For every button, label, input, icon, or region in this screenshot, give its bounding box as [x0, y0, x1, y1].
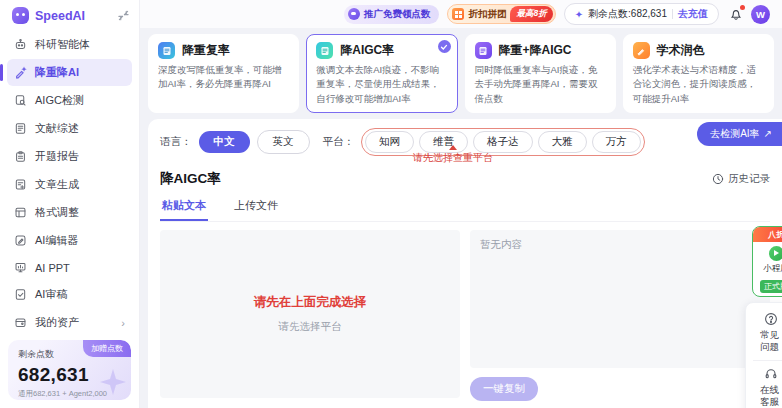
history-button[interactable]: 历史记录	[712, 172, 770, 186]
detect-ai-button[interactable]: 去检测AI率 ↗	[697, 122, 782, 146]
sidebar-item-ai-editor[interactable]: AI编辑器	[7, 227, 132, 254]
detect-ai-label: 去检测AI率	[710, 127, 759, 141]
sidebar-item-label: 开题报告	[35, 149, 79, 164]
bonus-points-badge[interactable]: 加赠点数	[83, 340, 131, 357]
discount-icon	[452, 8, 464, 20]
collapse-sidebar-icon[interactable]	[118, 10, 129, 21]
topbar: 推广免费领点数 折扣拼团 最高8折 ✦ 剩余点数:682,631 去充值 W	[140, 0, 782, 28]
clock-icon	[712, 173, 724, 185]
sidebar-item-research-agent[interactable]: 科研智能体	[7, 31, 132, 58]
article-icon	[14, 178, 27, 191]
copy-all-button[interactable]: 一键复制	[470, 377, 538, 401]
mini-program-widget[interactable]: 八折 小程序 正式版	[752, 226, 782, 297]
sidebar: SpeedAI 科研智能体 降重降AI AIGC检测 文献综述 开题报告 文章生…	[0, 0, 140, 408]
sidebar-item-literature-review[interactable]: 文献综述	[7, 115, 132, 142]
tab-paste-text[interactable]: 粘贴文本	[160, 195, 208, 221]
language-option-chinese[interactable]: 中文	[199, 131, 250, 153]
mode-card-reduce-both[interactable]: 降重+降AIGC 同时降低重复率与AI痕迹，免去手动先降重再降AI，需要双倍点数	[465, 34, 616, 113]
platform-option-wanfang[interactable]: 万方	[592, 131, 641, 153]
arrow-up-right-icon: ↗	[764, 128, 772, 139]
sidebar-item-label: AI编辑器	[35, 233, 78, 248]
hint-text: 请先选择查重平台	[378, 151, 528, 165]
sidebar-item-label: 文献综述	[35, 121, 79, 136]
literature-icon	[14, 122, 27, 135]
sidebar-item-article-generate[interactable]: 文章生成	[7, 171, 132, 198]
service-label: 在线客服	[760, 384, 782, 408]
mode-card-title: 学术润色	[657, 42, 705, 59]
reduce-aigc-icon	[316, 42, 333, 59]
sidebar-item-format-adjust[interactable]: 格式调整	[7, 199, 132, 226]
mode-card-title: 降重+降AIGC	[499, 42, 572, 59]
mode-card-academic-polish[interactable]: 学术润色 强化学术表达与术语精度，适合论文润色，提升阅读质感，可能提升AI率	[623, 34, 774, 113]
promo-badge-label: 推广免费领点数	[364, 8, 431, 21]
divider	[672, 9, 673, 19]
discount-label: 折扣拼团	[468, 8, 506, 21]
platform-option-daya[interactable]: 大雅	[538, 131, 587, 153]
mini-program-name: 小程序	[753, 263, 782, 275]
polish-pen-icon	[633, 42, 650, 59]
discount-rate-badge: 最高8折	[510, 6, 552, 22]
sidebar-item-ai-ppt[interactable]: AI PPT	[7, 255, 132, 280]
language-label: 语言：	[160, 135, 192, 149]
discount-group-badge[interactable]: 折扣拼团 最高8折	[447, 4, 555, 24]
mode-card-reduce-aigc[interactable]: 降AIGC率 微调文本去除AI痕迹，不影响重复率，尽量使用生成结果，自行修改可能…	[306, 34, 457, 113]
history-label: 历史记录	[728, 172, 770, 186]
output-column: 暂无内容 一键复制	[470, 230, 770, 401]
sidebar-item-label: AIGC检测	[35, 93, 84, 108]
tab-upload-file[interactable]: 上传文件	[232, 195, 280, 221]
aigc-detect-icon	[14, 94, 27, 107]
output-pane: 暂无内容	[470, 230, 770, 368]
notification-bell-icon[interactable]	[729, 7, 743, 21]
output-empty-text: 暂无内容	[480, 238, 522, 250]
input-placeholder-sub: 请先选择平台	[279, 320, 342, 334]
mode-card-desc: 同时降低重复率与AI痕迹，免去手动先降重再降AI，需要双倍点数	[475, 63, 606, 106]
sidebar-item-my-assets[interactable]: 我的资产 ›	[7, 309, 132, 336]
points-plus-icon: ✦	[575, 9, 583, 20]
sidebar-item-label: 格式调整	[35, 205, 79, 220]
sidebar-item-label: AI审稿	[35, 287, 67, 302]
main-content: 降重复率 深度改写降低重复率，可能增加AI率，务必先降重再降AI 降AIGC率 …	[140, 28, 782, 408]
sidebar-item-proposal-report[interactable]: 开题报告	[7, 143, 132, 170]
platform-hint: 请先选择查重平台	[378, 145, 528, 165]
section-title: 降AIGC率	[160, 170, 221, 188]
assets-icon	[14, 316, 27, 329]
editor-icon	[14, 234, 27, 247]
format-icon	[14, 206, 27, 219]
work-panel: 去检测AI率 ↗ 语言： 中文 英文 平台： 知网 维普 格子达 大雅 万方 请…	[148, 119, 782, 408]
faq-button[interactable]: 常见问题	[749, 308, 782, 358]
recharge-link[interactable]: 去充值	[678, 7, 708, 21]
promo-badge[interactable]: 推广免费领点数	[344, 5, 440, 24]
help-widget: 常见问题 在线客服	[745, 302, 782, 408]
sidebar-item-reduce-ai[interactable]: 降重降AI	[7, 59, 132, 86]
sidebar-item-label: 文章生成	[35, 177, 79, 192]
online-service-button[interactable]: 在线客服	[749, 363, 782, 408]
mode-card-reduce-duplicate[interactable]: 降重复率 深度改写降低重复率，可能增加AI率，务必先降重再降AI	[148, 34, 299, 113]
mode-card-title: 降重复率	[182, 42, 230, 59]
mode-card-desc: 微调文本去除AI痕迹，不影响重复率，尽量使用生成结果，自行修改可能增加AI率	[316, 63, 447, 106]
reduce-both-icon	[475, 42, 492, 59]
faq-label: 常见问题	[760, 329, 782, 354]
mini-program-icon	[769, 246, 782, 261]
divider	[753, 360, 782, 361]
sidebar-menu: 科研智能体 降重降AI AIGC检测 文献综述 开题报告 文章生成 格式调整	[0, 29, 139, 336]
headset-icon	[764, 367, 778, 381]
input-placeholder-title: 请先在上面完成选择	[254, 294, 367, 311]
panes: 请先在上面完成选择 请先选择平台 暂无内容 一键复制	[160, 230, 770, 401]
language-option-english[interactable]: 英文	[257, 130, 310, 154]
points-card[interactable]: 剩余点数 加赠点数 682,631 通用682,631 + Agent2,000	[8, 340, 131, 400]
magic-pen-icon	[14, 66, 27, 79]
mode-card-desc: 强化学术表达与术语精度，适合论文润色，提升阅读质感，可能提升AI率	[633, 63, 764, 106]
logo-row: SpeedAI	[0, 0, 139, 29]
app-logo-icon	[12, 7, 29, 24]
platform-label: 平台：	[323, 135, 355, 149]
sparkle-icon	[98, 367, 128, 397]
input-pane[interactable]: 请先在上面完成选择 请先选择平台	[160, 230, 460, 398]
tabs: 粘贴文本 上传文件	[160, 195, 770, 222]
user-avatar[interactable]: W	[751, 5, 770, 24]
notification-dot	[740, 5, 745, 10]
mini-discount-tag: 八折	[753, 227, 782, 242]
sidebar-item-ai-review[interactable]: AI审稿	[7, 281, 132, 308]
sidebar-item-aigc-detect[interactable]: AIGC检测	[7, 87, 132, 114]
sidebar-item-label: 科研智能体	[35, 37, 90, 52]
points-pill[interactable]: ✦ 剩余点数:682,631 去充值	[564, 3, 719, 25]
